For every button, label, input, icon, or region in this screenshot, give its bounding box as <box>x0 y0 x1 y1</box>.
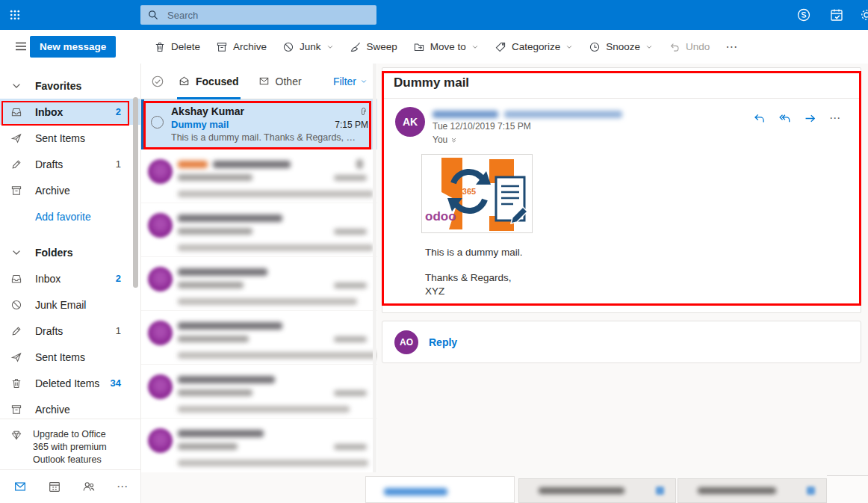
sidebar-item-archive[interactable]: Archive <box>0 177 140 203</box>
folder-item-label: Deleted Items <box>35 377 99 389</box>
settings-gear-icon[interactable] <box>859 7 868 22</box>
more-actions-ellipsis-icon[interactable]: ⋯ <box>725 40 738 54</box>
forward-icon[interactable] <box>804 112 816 125</box>
redacted-subject <box>178 228 252 235</box>
sidebar-scrollbar-thumb[interactable] <box>133 97 138 288</box>
envelope-icon <box>258 75 270 87</box>
search-box[interactable] <box>140 5 376 25</box>
quick-reply-card[interactable]: AO Reply <box>382 321 861 363</box>
tab-focused[interactable]: Focused <box>177 64 241 99</box>
list-bottom-background <box>141 472 377 503</box>
email-list-item-redacted[interactable] <box>141 257 377 311</box>
email-sender: Akshay Kumar <box>171 105 244 118</box>
email-list-item-redacted[interactable] <box>141 311 377 365</box>
calendar-module-icon[interactable] <box>48 480 61 493</box>
folder-item-deleted-items[interactable]: Deleted Items 34 <box>0 370 140 396</box>
reply-all-icon[interactable] <box>778 112 791 125</box>
filter-dropdown[interactable]: Filter <box>333 75 368 87</box>
toolbar-actions: Delete Archive Junk Sweep Move to Catego… <box>154 30 738 64</box>
folder-item-label: Drafts <box>35 325 63 337</box>
reply-icon[interactable] <box>753 112 766 125</box>
folders-header[interactable]: Folders <box>0 239 140 265</box>
upgrade-banner[interactable]: Upgrade to Office 365 with premium Outlo… <box>0 419 140 469</box>
sidebar-item-sent-items[interactable]: Sent Items <box>0 125 140 151</box>
add-favorite-link[interactable]: Add favorite <box>0 203 140 229</box>
archive-button[interactable]: Archive <box>216 41 267 53</box>
folder-item-archive[interactable]: Archive <box>0 396 140 419</box>
archive-icon <box>216 41 228 53</box>
email-list-item-selected[interactable]: Akshay Kumar Dummy mail 7:15 PM This is … <box>141 99 377 149</box>
recipient-label: You <box>433 135 447 145</box>
select-all-circle-check-icon[interactable] <box>151 75 164 88</box>
folder-item-junk-email[interactable]: Junk Email <box>0 291 140 318</box>
docked-window-redacted[interactable] <box>365 476 515 503</box>
email-list-item-redacted[interactable] <box>141 149 377 203</box>
undo-icon <box>669 41 681 53</box>
redacted-subject <box>178 174 252 181</box>
redacted-sender <box>213 161 291 168</box>
more-modules-ellipsis-icon[interactable]: ⋯ <box>117 480 128 493</box>
select-message-radio[interactable] <box>151 116 164 129</box>
redacted-sender-name <box>433 111 498 118</box>
redacted-sender-email <box>504 111 622 118</box>
undo-button[interactable]: Undo <box>669 41 710 53</box>
redacted-close-icon <box>656 487 664 495</box>
my-day-calendar-icon[interactable] <box>829 7 844 22</box>
sweep-button[interactable]: Sweep <box>350 41 397 53</box>
snooze-button[interactable]: Snooze <box>589 41 653 53</box>
docked-window-redacted[interactable] <box>678 478 827 503</box>
folder-pane: Favorites Inbox 2 Sent Items Drafts 1 Ar… <box>0 64 141 503</box>
move-to-button[interactable]: Move to <box>413 41 479 53</box>
redacted-preview <box>178 244 373 251</box>
redacted-title <box>539 487 624 494</box>
sidebar-item-inbox[interactable]: Inbox 2 <box>0 99 140 125</box>
folder-item-label: Inbox <box>35 273 61 285</box>
people-module-icon[interactable] <box>82 480 96 493</box>
avatar <box>148 321 173 345</box>
folder-item-inbox[interactable]: Inbox 2 <box>0 265 140 291</box>
docked-window-redacted[interactable] <box>518 478 676 503</box>
sender-avatar[interactable]: AK <box>395 107 425 137</box>
favorites-header[interactable]: Favorites <box>0 72 140 99</box>
archive-icon <box>10 185 22 197</box>
module-switcher: ⋯ <box>0 469 140 503</box>
inbox-icon <box>10 106 22 118</box>
junk-button[interactable]: Junk <box>282 41 334 53</box>
embedded-image-odoo-365: 365 odoo <box>421 154 533 233</box>
email-list-item-redacted[interactable] <box>141 203 377 257</box>
folder-item-drafts[interactable]: Drafts 1 <box>0 318 140 344</box>
more-message-actions-ellipsis-icon[interactable]: ⋯ <box>829 111 841 125</box>
redacted-subject <box>178 282 244 288</box>
skype-icon[interactable] <box>796 7 811 22</box>
search-input[interactable] <box>166 9 370 22</box>
body-line: This is a dummy mail. <box>425 246 523 259</box>
app-top-bar <box>0 0 868 30</box>
delete-button[interactable]: Delete <box>154 41 200 53</box>
folder-item-sent-items[interactable]: Sent Items <box>0 344 140 370</box>
mail-module-icon[interactable] <box>13 480 27 493</box>
add-favorite-label: Add favorite <box>35 211 91 223</box>
sidebar-item-drafts[interactable]: Drafts 1 <box>0 151 140 177</box>
email-list-item-redacted[interactable] <box>141 419 377 472</box>
new-message-button[interactable]: New message <box>30 36 116 58</box>
sidebar-item-label: Drafts <box>35 158 63 170</box>
list-scrollbar-track[interactable] <box>373 64 376 472</box>
dock-edge <box>827 475 868 503</box>
folder-list: Favorites Inbox 2 Sent Items Drafts 1 Ar… <box>0 64 140 419</box>
redacted-link <box>384 488 447 496</box>
email-subject: Dummy mail <box>171 118 229 132</box>
redacted-preview <box>178 352 379 359</box>
block-icon <box>10 299 22 311</box>
tab-focused-label: Focused <box>196 75 239 87</box>
pencil-icon <box>10 325 22 337</box>
recipient-expander[interactable]: You <box>433 135 457 145</box>
reading-pane: Dummy mail AK Tue 12/10/2019 7:15 PM You… <box>377 64 868 503</box>
collapse-pane-hamburger-icon[interactable] <box>9 38 25 55</box>
email-list-item-redacted[interactable] <box>141 365 377 419</box>
categorize-button[interactable]: Categorize <box>495 41 573 53</box>
app-launcher-waffle-icon[interactable] <box>5 5 25 25</box>
redacted-date <box>334 390 367 396</box>
categorize-label: Categorize <box>512 41 560 52</box>
avatar <box>148 267 173 291</box>
tab-other[interactable]: Other <box>258 64 302 99</box>
